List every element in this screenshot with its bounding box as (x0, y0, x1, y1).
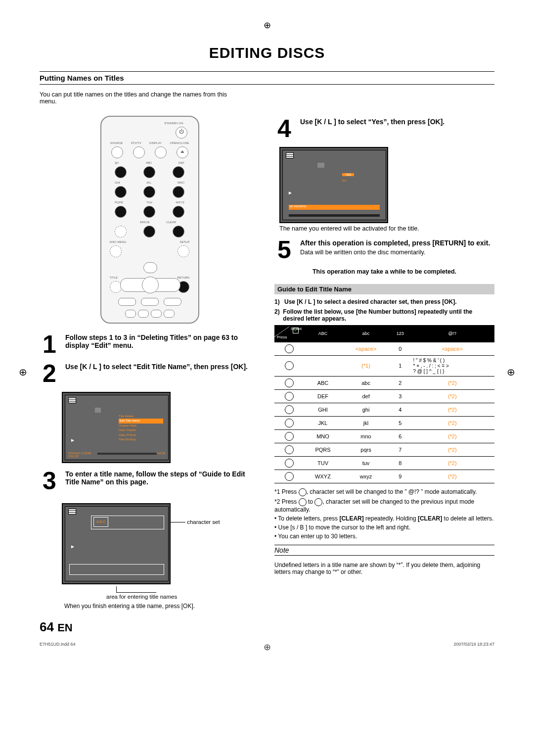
step-number-1: 1 (40, 333, 59, 356)
crop-mark-top (264, 20, 271, 31)
guide-step-1: 1)Use [K / L ] to select a desired chara… (274, 298, 494, 305)
page-number: 64 EN (40, 619, 494, 635)
footnotes: *1 Press , character set will be changed… (274, 488, 494, 540)
crop-mark-right (507, 366, 515, 378)
button-circle-icon (299, 488, 307, 496)
remote-control-diagram: STANDBY-ON SOURCE STV/TV DISPLAY OPEN/CL… (100, 116, 199, 324)
play-icon (70, 544, 75, 549)
step-5-text: After this operation is completed, press… (300, 239, 494, 261)
step-2-text: Use [K / L ] to select “Edit Title Name”… (65, 363, 260, 385)
step-4: 4 Use [K / L ] to select “Yes”, then pre… (274, 118, 494, 140)
play-icon (70, 437, 75, 443)
note-body: Undefined letters in a title name are sh… (274, 562, 494, 575)
play-icon (288, 190, 293, 195)
warning-text: This operation may take a while to be co… (274, 268, 494, 275)
step-number-5: 5 (274, 239, 294, 261)
guide-step-2: 2)Follow the list below, use [the Number… (274, 308, 494, 322)
osd-edit-menu: Title Delete Edit Title Name Chapter Mar… (62, 392, 171, 463)
caption-entry-area: area for entering title names (106, 594, 260, 600)
step-3: 3 To enter a title name, follow the step… (40, 470, 260, 492)
osd-title-name-entry: A B C (62, 503, 171, 584)
power-icon (176, 127, 187, 139)
step-3-text: To enter a title name, follow the steps … (65, 470, 260, 492)
step-4-text: Use [K / L ] to select “Yes”, then press… (300, 118, 494, 140)
character-input-table: Select ✓ Press ABC abc 123 @!? <space>0<… (274, 325, 494, 483)
osd-confirm-yes: YES NO MY FAVORITE (279, 147, 388, 223)
crop-mark-left (19, 366, 27, 378)
crop-mark-bottom (264, 642, 271, 653)
step-1-text: Follow steps 1 to 3 in “Deleting Titles”… (65, 333, 260, 356)
step-1: 1 Follow steps 1 to 3 in “Deleting Title… (40, 333, 260, 356)
dpad-icon (120, 262, 179, 272)
step-5: 5 After this operation is completed, pre… (274, 239, 494, 261)
section-heading: Putting Names on Titles (40, 71, 494, 85)
guide-heading: Guide to Edit Title Name (274, 284, 494, 294)
intro-text: You can put title names on the titles an… (40, 91, 237, 105)
note-heading: Note (274, 545, 494, 556)
eject-icon (177, 146, 188, 158)
caption-character-set: character set (187, 519, 220, 525)
step-2: 2 Use [K / L ] to select “Edit Title Nam… (40, 363, 260, 385)
step-4-note: The name you entered will be activated f… (279, 225, 494, 232)
button-circle-icon (314, 498, 322, 506)
step-number-2: 2 (40, 363, 59, 385)
step-number-4: 4 (274, 118, 294, 140)
page-title: EDITING DISCS (40, 45, 494, 61)
remote-label-standby: STANDBY-ON (164, 122, 183, 125)
print-footer: E7H51UD.indd 64 2007/02/19 18:23:47 (40, 642, 494, 647)
step-3-note: When you finish entering a title name, p… (64, 603, 260, 610)
step-number-3: 3 (40, 470, 59, 492)
button-circle-icon (299, 498, 307, 506)
